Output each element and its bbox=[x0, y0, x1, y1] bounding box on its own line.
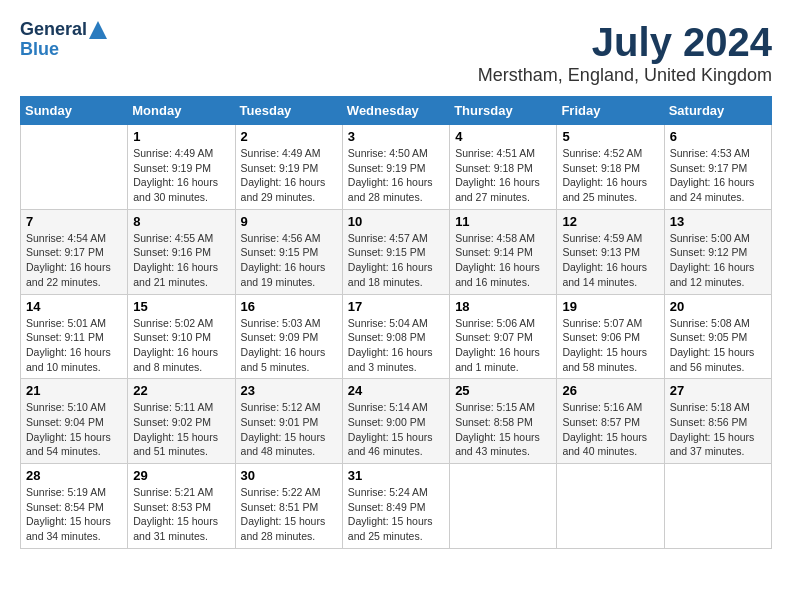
day-number: 16 bbox=[241, 299, 337, 314]
day-number: 11 bbox=[455, 214, 551, 229]
day-info: Sunrise: 5:08 AMSunset: 9:05 PMDaylight:… bbox=[670, 316, 766, 375]
day-number: 24 bbox=[348, 383, 444, 398]
calendar-week-4: 21Sunrise: 5:10 AMSunset: 9:04 PMDayligh… bbox=[21, 379, 772, 464]
day-info: Sunrise: 5:02 AMSunset: 9:10 PMDaylight:… bbox=[133, 316, 229, 375]
day-info: Sunrise: 4:49 AMSunset: 9:19 PMDaylight:… bbox=[241, 146, 337, 205]
day-info: Sunrise: 5:00 AMSunset: 9:12 PMDaylight:… bbox=[670, 231, 766, 290]
day-number: 22 bbox=[133, 383, 229, 398]
calendar-week-5: 28Sunrise: 5:19 AMSunset: 8:54 PMDayligh… bbox=[21, 464, 772, 549]
day-number: 18 bbox=[455, 299, 551, 314]
calendar-cell: 11Sunrise: 4:58 AMSunset: 9:14 PMDayligh… bbox=[450, 209, 557, 294]
day-number: 5 bbox=[562, 129, 658, 144]
day-info: Sunrise: 5:15 AMSunset: 8:58 PMDaylight:… bbox=[455, 400, 551, 459]
calendar-cell: 8Sunrise: 4:55 AMSunset: 9:16 PMDaylight… bbox=[128, 209, 235, 294]
calendar-cell: 7Sunrise: 4:54 AMSunset: 9:17 PMDaylight… bbox=[21, 209, 128, 294]
day-number: 12 bbox=[562, 214, 658, 229]
calendar-cell: 2Sunrise: 4:49 AMSunset: 9:19 PMDaylight… bbox=[235, 125, 342, 210]
day-number: 13 bbox=[670, 214, 766, 229]
logo-blue: Blue bbox=[20, 40, 59, 60]
calendar-cell: 30Sunrise: 5:22 AMSunset: 8:51 PMDayligh… bbox=[235, 464, 342, 549]
day-number: 21 bbox=[26, 383, 122, 398]
day-info: Sunrise: 4:57 AMSunset: 9:15 PMDaylight:… bbox=[348, 231, 444, 290]
header-day-tuesday: Tuesday bbox=[235, 97, 342, 125]
calendar-body: 1Sunrise: 4:49 AMSunset: 9:19 PMDaylight… bbox=[21, 125, 772, 549]
day-info: Sunrise: 5:21 AMSunset: 8:53 PMDaylight:… bbox=[133, 485, 229, 544]
day-info: Sunrise: 4:49 AMSunset: 9:19 PMDaylight:… bbox=[133, 146, 229, 205]
day-number: 6 bbox=[670, 129, 766, 144]
calendar-cell: 15Sunrise: 5:02 AMSunset: 9:10 PMDayligh… bbox=[128, 294, 235, 379]
calendar-cell bbox=[557, 464, 664, 549]
day-number: 10 bbox=[348, 214, 444, 229]
day-info: Sunrise: 5:18 AMSunset: 8:56 PMDaylight:… bbox=[670, 400, 766, 459]
day-number: 3 bbox=[348, 129, 444, 144]
calendar-cell: 24Sunrise: 5:14 AMSunset: 9:00 PMDayligh… bbox=[342, 379, 449, 464]
day-info: Sunrise: 5:10 AMSunset: 9:04 PMDaylight:… bbox=[26, 400, 122, 459]
calendar-cell bbox=[450, 464, 557, 549]
day-number: 19 bbox=[562, 299, 658, 314]
calendar-cell bbox=[664, 464, 771, 549]
header-day-monday: Monday bbox=[128, 97, 235, 125]
page-header: General Blue July 2024 Merstham, England… bbox=[20, 20, 772, 86]
calendar-cell: 3Sunrise: 4:50 AMSunset: 9:19 PMDaylight… bbox=[342, 125, 449, 210]
calendar-cell: 27Sunrise: 5:18 AMSunset: 8:56 PMDayligh… bbox=[664, 379, 771, 464]
day-info: Sunrise: 4:50 AMSunset: 9:19 PMDaylight:… bbox=[348, 146, 444, 205]
calendar-cell: 18Sunrise: 5:06 AMSunset: 9:07 PMDayligh… bbox=[450, 294, 557, 379]
calendar-cell: 10Sunrise: 4:57 AMSunset: 9:15 PMDayligh… bbox=[342, 209, 449, 294]
day-info: Sunrise: 4:53 AMSunset: 9:17 PMDaylight:… bbox=[670, 146, 766, 205]
day-info: Sunrise: 4:52 AMSunset: 9:18 PMDaylight:… bbox=[562, 146, 658, 205]
day-info: Sunrise: 4:55 AMSunset: 9:16 PMDaylight:… bbox=[133, 231, 229, 290]
header-day-thursday: Thursday bbox=[450, 97, 557, 125]
calendar-cell: 22Sunrise: 5:11 AMSunset: 9:02 PMDayligh… bbox=[128, 379, 235, 464]
day-number: 30 bbox=[241, 468, 337, 483]
calendar-cell: 12Sunrise: 4:59 AMSunset: 9:13 PMDayligh… bbox=[557, 209, 664, 294]
day-number: 28 bbox=[26, 468, 122, 483]
calendar-cell: 4Sunrise: 4:51 AMSunset: 9:18 PMDaylight… bbox=[450, 125, 557, 210]
logo-general: General bbox=[20, 20, 87, 40]
calendar-cell: 1Sunrise: 4:49 AMSunset: 9:19 PMDaylight… bbox=[128, 125, 235, 210]
day-info: Sunrise: 5:01 AMSunset: 9:11 PMDaylight:… bbox=[26, 316, 122, 375]
day-number: 27 bbox=[670, 383, 766, 398]
calendar-cell: 26Sunrise: 5:16 AMSunset: 8:57 PMDayligh… bbox=[557, 379, 664, 464]
calendar-week-2: 7Sunrise: 4:54 AMSunset: 9:17 PMDaylight… bbox=[21, 209, 772, 294]
calendar-cell: 28Sunrise: 5:19 AMSunset: 8:54 PMDayligh… bbox=[21, 464, 128, 549]
calendar-cell: 6Sunrise: 4:53 AMSunset: 9:17 PMDaylight… bbox=[664, 125, 771, 210]
day-info: Sunrise: 5:07 AMSunset: 9:06 PMDaylight:… bbox=[562, 316, 658, 375]
calendar-cell: 5Sunrise: 4:52 AMSunset: 9:18 PMDaylight… bbox=[557, 125, 664, 210]
day-number: 29 bbox=[133, 468, 229, 483]
calendar-cell: 29Sunrise: 5:21 AMSunset: 8:53 PMDayligh… bbox=[128, 464, 235, 549]
day-info: Sunrise: 4:58 AMSunset: 9:14 PMDaylight:… bbox=[455, 231, 551, 290]
page-title: July 2024 bbox=[478, 20, 772, 65]
calendar-cell bbox=[21, 125, 128, 210]
day-number: 2 bbox=[241, 129, 337, 144]
calendar-week-1: 1Sunrise: 4:49 AMSunset: 9:19 PMDaylight… bbox=[21, 125, 772, 210]
calendar-cell: 13Sunrise: 5:00 AMSunset: 9:12 PMDayligh… bbox=[664, 209, 771, 294]
calendar-cell: 17Sunrise: 5:04 AMSunset: 9:08 PMDayligh… bbox=[342, 294, 449, 379]
day-info: Sunrise: 4:56 AMSunset: 9:15 PMDaylight:… bbox=[241, 231, 337, 290]
calendar-cell: 23Sunrise: 5:12 AMSunset: 9:01 PMDayligh… bbox=[235, 379, 342, 464]
day-number: 1 bbox=[133, 129, 229, 144]
title-block: July 2024 Merstham, England, United King… bbox=[478, 20, 772, 86]
calendar-cell: 31Sunrise: 5:24 AMSunset: 8:49 PMDayligh… bbox=[342, 464, 449, 549]
day-info: Sunrise: 4:51 AMSunset: 9:18 PMDaylight:… bbox=[455, 146, 551, 205]
calendar-week-3: 14Sunrise: 5:01 AMSunset: 9:11 PMDayligh… bbox=[21, 294, 772, 379]
day-number: 14 bbox=[26, 299, 122, 314]
day-info: Sunrise: 4:59 AMSunset: 9:13 PMDaylight:… bbox=[562, 231, 658, 290]
calendar-header: SundayMondayTuesdayWednesdayThursdayFrid… bbox=[21, 97, 772, 125]
logo-icon bbox=[89, 21, 107, 39]
day-info: Sunrise: 5:14 AMSunset: 9:00 PMDaylight:… bbox=[348, 400, 444, 459]
header-row: SundayMondayTuesdayWednesdayThursdayFrid… bbox=[21, 97, 772, 125]
page-subtitle: Merstham, England, United Kingdom bbox=[478, 65, 772, 86]
calendar-cell: 14Sunrise: 5:01 AMSunset: 9:11 PMDayligh… bbox=[21, 294, 128, 379]
day-info: Sunrise: 5:03 AMSunset: 9:09 PMDaylight:… bbox=[241, 316, 337, 375]
logo: General Blue bbox=[20, 20, 107, 60]
day-number: 31 bbox=[348, 468, 444, 483]
day-info: Sunrise: 5:19 AMSunset: 8:54 PMDaylight:… bbox=[26, 485, 122, 544]
day-info: Sunrise: 5:04 AMSunset: 9:08 PMDaylight:… bbox=[348, 316, 444, 375]
day-number: 20 bbox=[670, 299, 766, 314]
day-info: Sunrise: 5:06 AMSunset: 9:07 PMDaylight:… bbox=[455, 316, 551, 375]
day-info: Sunrise: 5:11 AMSunset: 9:02 PMDaylight:… bbox=[133, 400, 229, 459]
day-info: Sunrise: 5:22 AMSunset: 8:51 PMDaylight:… bbox=[241, 485, 337, 544]
day-number: 8 bbox=[133, 214, 229, 229]
calendar-table: SundayMondayTuesdayWednesdayThursdayFrid… bbox=[20, 96, 772, 549]
header-day-saturday: Saturday bbox=[664, 97, 771, 125]
